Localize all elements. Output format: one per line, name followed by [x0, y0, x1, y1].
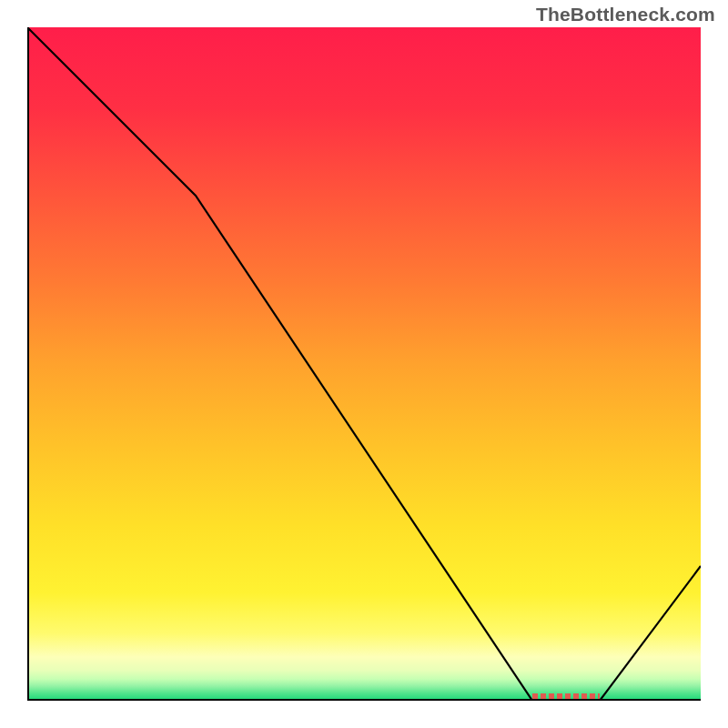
valley-marker-dash: [532, 693, 538, 699]
valley-marker-dash: [581, 693, 587, 699]
valley-marker-dash: [573, 693, 579, 699]
chart-svg: [27, 27, 701, 701]
attribution-label: TheBottleneck.com: [536, 4, 715, 25]
valley-marker-dash: [549, 693, 554, 699]
chart-stage: TheBottleneck.com: [0, 0, 728, 728]
valley-marker-dash: [557, 693, 562, 699]
valley-marker-dash: [590, 693, 595, 699]
valley-marker-dash: [565, 693, 571, 699]
valley-marker-dash: [598, 693, 600, 699]
plot-area: [27, 27, 701, 701]
valley-marker-dash: [541, 693, 546, 699]
